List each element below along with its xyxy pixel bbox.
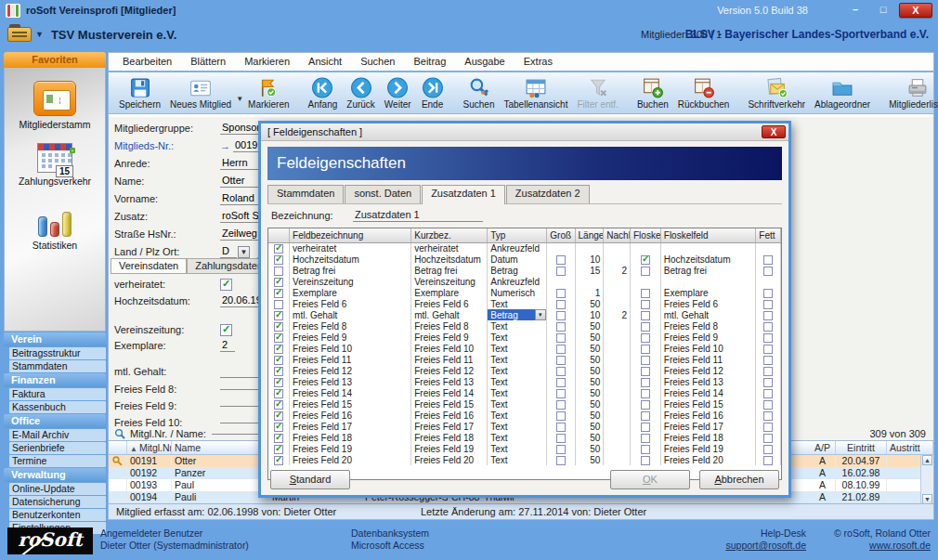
toolbar-buchen[interactable]: Buchen [632,75,673,111]
floskel-checkbox[interactable] [641,434,650,443]
floskel-checkbox[interactable] [641,411,650,421]
floskel-checkbox[interactable] [641,389,650,398]
gross-checkbox[interactable] [556,456,566,465]
toolbar-ende[interactable]: Ende [416,75,449,111]
field-active-checkbox[interactable] [274,378,283,387]
dialog-field-row[interactable]: Freies Feld 10Freies Feld 10Text50Freies… [268,343,781,354]
vereinszeitung-checkbox[interactable] [220,324,232,336]
fett-checkbox[interactable] [763,389,773,398]
fett-checkbox[interactable] [763,434,773,443]
fett-checkbox[interactable] [763,378,773,387]
chevron-down-icon[interactable]: ▼ [238,246,250,258]
toolbar-ablageordner[interactable]: Ablageordner [810,75,875,111]
toolbar-tabellenansicht[interactable]: Tabellenansicht [499,75,572,111]
field-active-checkbox[interactable] [274,300,283,309]
menu-ausgabe[interactable]: Ausgabe [456,54,513,70]
toolbar-schriftverkehr[interactable]: Schriftverkehr [743,75,810,111]
field-active-checkbox[interactable] [274,456,283,465]
table-scrollbar[interactable]: ▲ ▼ [920,455,933,504]
gross-checkbox[interactable] [556,423,566,432]
gross-checkbox[interactable] [556,322,566,332]
toolbar-zur-ck[interactable]: Zurück [342,75,380,111]
menu-bearbeiten[interactable]: Bearbeiten [114,54,180,70]
support-email-link[interactable]: support@rosoft.de [725,540,806,551]
fett-checkbox[interactable] [763,456,773,465]
menu-ansicht[interactable]: Ansicht [300,54,350,70]
dialog-field-row[interactable]: Freies Feld 14Freies Feld 14Text50Freies… [268,387,781,398]
gross-checkbox[interactable] [556,345,566,354]
dialog-tab-sonst-daten[interactable]: sonst. Daten [345,185,421,203]
floskel-checkbox[interactable] [641,289,650,298]
dialog-field-row[interactable]: HochzeitsdatumHochzeitsdatumDatum10Hochz… [268,254,781,265]
toolbar-suchen[interactable]: Suchen [459,75,500,111]
typ-combobox[interactable]: Betrag▼ [488,309,546,320]
minimize-button[interactable]: – [843,3,867,18]
sidebar-favorite-zahlungsverkehr[interactable]: ▪15Zahlungsverkehr [19,143,91,187]
tab-vereinsdaten[interactable]: Vereinsdaten [111,258,187,274]
sidebar-item-termine[interactable]: Termine [9,455,106,467]
sidebar-item-beitragsstruktur[interactable]: Beitragsstruktur [9,347,106,359]
scroll-up-icon[interactable]: ▲ [922,455,932,465]
menu-beitrag[interactable]: Beitrag [405,54,454,70]
floskel-checkbox[interactable] [641,311,650,320]
fett-checkbox[interactable] [763,322,773,332]
column-header-eintritt[interactable]: Eintritt [836,441,887,454]
field-active-checkbox[interactable] [274,356,283,365]
field-active-checkbox[interactable] [274,289,283,298]
dialog-field-row[interactable]: Freies Feld 11Freies Feld 11Text50Freies… [268,354,781,365]
toolbar-markieren[interactable]: Markieren [243,75,293,111]
floskel-checkbox[interactable] [641,255,650,265]
floskel-checkbox[interactable] [641,345,650,354]
website-link[interactable]: www.rosoft.de [869,540,931,551]
fett-checkbox[interactable] [763,445,773,454]
gross-checkbox[interactable] [556,411,566,421]
floskel-checkbox[interactable] [641,356,650,365]
dialog-field-row[interactable]: Freies Feld 12Freies Feld 12Text50Freies… [268,365,781,376]
fett-checkbox[interactable] [763,255,773,265]
dialog-field-row[interactable]: Freies Feld 19Freies Feld 19Text50Freies… [268,443,781,454]
gross-checkbox[interactable] [556,367,566,376]
field-active-checkbox[interactable] [274,434,283,443]
dialog-field-row[interactable]: Freies Feld 16Freies Feld 16Text50Freies… [268,410,781,421]
fett-checkbox[interactable] [763,311,773,320]
field-active-checkbox[interactable] [274,244,283,254]
field-active-checkbox[interactable] [274,389,283,398]
sidebar-item-faktura[interactable]: Faktura [9,388,106,400]
gross-checkbox[interactable] [556,300,566,309]
floskel-checkbox[interactable] [641,445,650,454]
field-active-checkbox[interactable] [274,267,283,276]
dialog-field-row[interactable]: mtl. Gehaltmtl. GehaltBetrag▼102mtl. Geh… [268,309,781,320]
dialog-field-row[interactable]: Freies Feld 6Freies Feld 6Text50Freies F… [268,298,781,309]
sidebar-item-serienbriefe[interactable]: Serienbriefe [9,442,106,454]
dialog-field-row[interactable]: Betrag freiBetrag freiBetrag152Betrag fr… [268,265,781,276]
close-button[interactable]: X [899,3,932,18]
floskel-checkbox[interactable] [641,333,650,343]
toolbar-r-ckbuchen[interactable]: Rückbuchen [673,75,735,111]
sidebar-item-stammdaten[interactable]: Stammdaten [9,360,106,372]
sidebar-item-online-update[interactable]: Online-Update [9,483,106,495]
land-select[interactable]: D [220,245,237,258]
gross-checkbox[interactable] [556,333,566,343]
field-active-checkbox[interactable] [274,311,283,320]
field-active-checkbox[interactable] [274,411,283,421]
sidebar-item-datensicherung[interactable]: Datensicherung [9,496,106,508]
gross-checkbox[interactable] [556,289,566,298]
fett-checkbox[interactable] [763,289,773,298]
dialog-field-row[interactable]: ExemplareExemplareNumerisch1Exemplare [268,287,781,298]
menu-markieren[interactable]: Markieren [236,54,298,70]
dialog-close-button[interactable]: X [762,125,786,138]
cancel-button[interactable]: Abbrechen [699,470,779,489]
field-active-checkbox[interactable] [274,367,283,376]
chevron-down-icon[interactable]: ▼ [236,95,243,103]
gross-checkbox[interactable] [556,255,566,265]
sidebar-favorite-mitgliederstamm[interactable]: Mitgliederstamm [19,81,90,130]
field-label[interactable]: Mitglieds-Nr.: [114,140,220,151]
floskel-checkbox[interactable] [641,423,650,432]
field-active-checkbox[interactable] [274,333,283,343]
ok-button[interactable]: OK [610,470,690,489]
floskel-checkbox[interactable] [641,378,650,387]
verheiratet-checkbox[interactable] [220,279,232,291]
field-active-checkbox[interactable] [274,445,283,454]
club-folder-icon[interactable] [7,27,32,42]
dialog-field-row[interactable]: Freies Feld 9Freies Feld 9Text50Freies F… [268,332,781,343]
